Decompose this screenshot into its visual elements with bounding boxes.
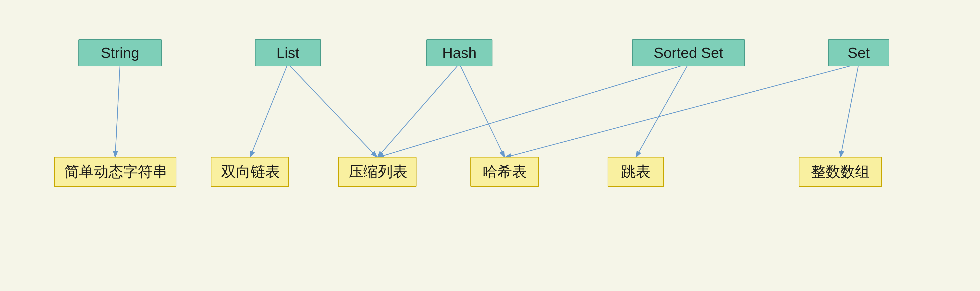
top-box-string: String (78, 39, 162, 67)
svg-line-9 (840, 64, 859, 157)
bottom-box-sds: 简单动态字符串 (54, 157, 177, 187)
page-container: StringListHashSorted SetSet简单动态字符串双向链表压缩… (0, 0, 980, 291)
bottom-box-ziplist: 压缩列表 (338, 157, 417, 187)
svg-line-1 (115, 64, 120, 157)
bottom-box-hashtable: 哈希表 (470, 157, 539, 187)
top-box-set: Set (828, 39, 889, 67)
bottom-box-linked: 双向链表 (211, 157, 289, 187)
svg-line-3 (288, 64, 377, 157)
svg-line-5 (460, 64, 505, 157)
bottom-box-skiplist: 跳表 (608, 157, 664, 187)
svg-line-4 (377, 64, 460, 157)
top-box-hash: Hash (426, 39, 492, 67)
svg-line-2 (250, 64, 288, 157)
top-box-list: List (255, 39, 321, 67)
arrows-svg (49, 39, 931, 235)
diagram-area: StringListHashSorted SetSet简单动态字符串双向链表压缩… (49, 39, 931, 235)
svg-line-7 (636, 64, 689, 157)
bottom-box-intset: 整数数组 (799, 157, 882, 187)
top-box-sorted_set: Sorted Set (632, 39, 745, 67)
svg-line-8 (505, 64, 859, 157)
svg-line-6 (377, 64, 689, 157)
